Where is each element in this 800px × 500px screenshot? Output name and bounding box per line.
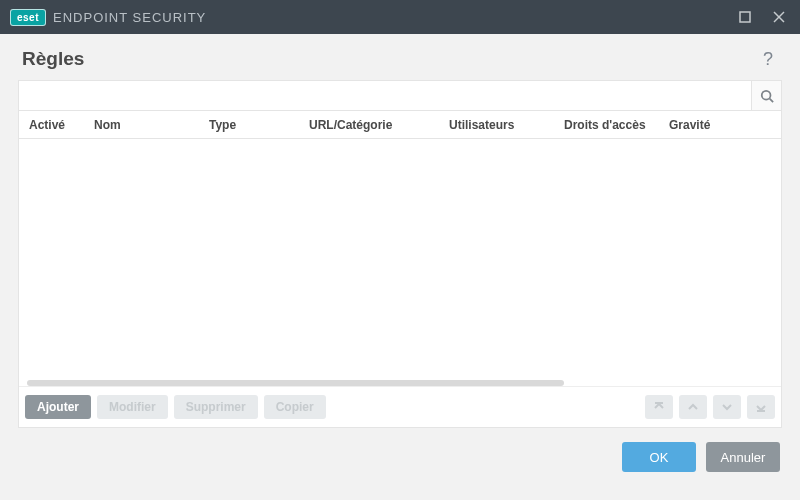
rules-panel: Activé Nom Type URL/Catégorie Utilisateu…	[18, 80, 782, 428]
svg-rect-0	[740, 12, 750, 22]
search-input[interactable]	[19, 81, 751, 110]
move-down-button	[713, 395, 741, 419]
move-top-button	[645, 395, 673, 419]
cancel-button[interactable]: Annuler	[706, 442, 780, 472]
svg-line-4	[769, 98, 773, 102]
search-button[interactable]	[751, 81, 781, 110]
close-button[interactable]	[762, 0, 796, 34]
move-up-button	[679, 395, 707, 419]
table-body	[19, 139, 781, 380]
brand-badge: eset	[10, 9, 46, 26]
col-name[interactable]: Nom	[84, 111, 199, 138]
minimize-button[interactable]	[728, 0, 762, 34]
col-url[interactable]: URL/Catégorie	[299, 111, 439, 138]
chevron-bottom-icon	[755, 401, 767, 413]
page-title: Règles	[22, 48, 84, 70]
page-header: Règles ?	[0, 34, 800, 80]
search-icon	[760, 89, 774, 103]
svg-point-3	[761, 90, 770, 99]
move-bottom-button	[747, 395, 775, 419]
add-button[interactable]: Ajouter	[25, 395, 91, 419]
chevron-up-icon	[687, 401, 699, 413]
help-icon: ?	[763, 49, 773, 70]
panel-toolbar: Ajouter Modifier Supprimer Copier	[19, 386, 781, 427]
brand-text: ENDPOINT SECURITY	[53, 10, 206, 25]
search-row	[19, 81, 781, 111]
minimize-icon	[739, 11, 751, 23]
dialog-footer: OK Annuler	[0, 428, 800, 486]
close-icon	[773, 11, 785, 23]
col-severity[interactable]: Gravité	[659, 111, 764, 138]
edit-button: Modifier	[97, 395, 168, 419]
chevron-top-icon	[653, 401, 665, 413]
delete-button: Supprimer	[174, 395, 258, 419]
help-button[interactable]: ?	[758, 49, 778, 69]
col-users[interactable]: Utilisateurs	[439, 111, 554, 138]
col-type[interactable]: Type	[199, 111, 299, 138]
horizontal-scrollbar[interactable]	[27, 380, 773, 386]
reorder-buttons	[645, 395, 775, 419]
table-header: Activé Nom Type URL/Catégorie Utilisateu…	[19, 111, 781, 139]
col-rights[interactable]: Droits d'accès	[554, 111, 659, 138]
col-activated[interactable]: Activé	[19, 111, 84, 138]
copy-button: Copier	[264, 395, 326, 419]
chevron-down-icon	[721, 401, 733, 413]
titlebar: eset ENDPOINT SECURITY	[0, 0, 800, 34]
ok-button[interactable]: OK	[622, 442, 696, 472]
